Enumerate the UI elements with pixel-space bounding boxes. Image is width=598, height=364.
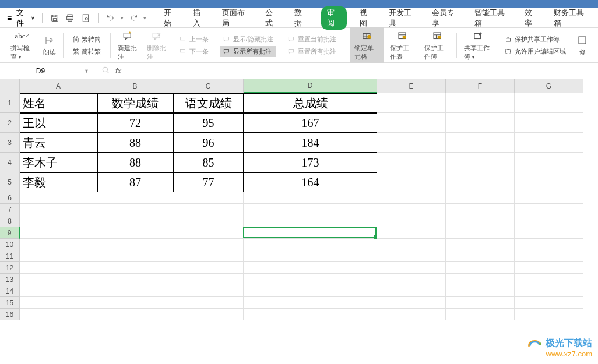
cell-F16[interactable] (446, 309, 515, 320)
cell-G10[interactable] (515, 239, 583, 250)
cell-E5[interactable] (377, 172, 446, 192)
cell-F9[interactable] (446, 227, 515, 239)
cell-B5[interactable]: 87 (97, 172, 173, 192)
readaloud-button[interactable]: 朗读 (40, 34, 59, 56)
cell-B6[interactable] (97, 192, 173, 204)
cell-A14[interactable] (20, 285, 97, 297)
cell-D4[interactable]: 173 (244, 153, 377, 172)
tab-start[interactable]: 开始 (161, 6, 180, 30)
cell-D1[interactable]: 总成绩 (244, 93, 377, 113)
col-header-A[interactable]: A (20, 79, 97, 93)
cell-A2[interactable]: 王以 (20, 113, 97, 133)
tab-formula[interactable]: 公式 (263, 6, 282, 30)
cell-C15[interactable] (173, 297, 244, 309)
cell-G5[interactable] (515, 172, 583, 192)
cell-C13[interactable] (173, 274, 244, 285)
cell-A11[interactable] (20, 250, 97, 262)
cell-A10[interactable] (20, 239, 97, 250)
row-header-9[interactable]: 9 (0, 227, 20, 239)
cell-G13[interactable] (515, 274, 583, 285)
col-header-F[interactable]: F (446, 79, 515, 93)
cell-G16[interactable] (515, 309, 583, 320)
cell-D2[interactable]: 167 (244, 113, 377, 133)
showhide-comment-button[interactable]: 显示/隐藏批注 (220, 34, 276, 45)
cell-F7[interactable] (446, 204, 515, 215)
cell-C2[interactable]: 95 (173, 113, 244, 133)
row-header-16[interactable]: 16 (0, 309, 20, 320)
allow-edit-button[interactable]: 允许用户编辑区域 (502, 46, 568, 57)
cell-G8[interactable] (515, 215, 583, 227)
tab-smarttools[interactable]: 智能工具箱 (472, 6, 512, 30)
cell-C6[interactable] (173, 192, 244, 204)
tab-data[interactable]: 数据 (292, 6, 311, 30)
cell-F1[interactable] (446, 93, 515, 113)
cell-E10[interactable] (377, 239, 446, 250)
cell-C9[interactable] (173, 227, 244, 239)
tab-view[interactable]: 视图 (357, 6, 376, 30)
spellcheck-button[interactable]: abc✓ 拼写检查 ▾ (7, 30, 37, 61)
col-header-D[interactable]: D (244, 79, 377, 93)
select-all-corner[interactable] (0, 79, 20, 93)
cell-D12[interactable] (244, 262, 377, 274)
cell-F2[interactable] (446, 113, 515, 133)
undo-dropdown-icon[interactable]: ▾ (121, 15, 124, 21)
cell-A15[interactable] (20, 297, 97, 309)
formula-input[interactable] (129, 63, 598, 79)
cell-G6[interactable] (515, 192, 583, 204)
cell-F6[interactable] (446, 192, 515, 204)
save-icon[interactable] (50, 12, 60, 24)
cell-C3[interactable]: 96 (173, 133, 244, 153)
cell-F11[interactable] (446, 250, 515, 262)
col-header-E[interactable]: E (377, 79, 446, 93)
file-menu[interactable]: 文件 ∨ (16, 8, 35, 29)
lock-cell-button[interactable]: 锁定单元格 (350, 27, 384, 63)
cell-D5[interactable]: 164 (244, 172, 377, 192)
cell-D6[interactable] (244, 192, 377, 204)
share-workbook-button[interactable]: 共享工作簿 ▾ (460, 30, 496, 61)
cell-G1[interactable] (515, 93, 583, 113)
cell-B14[interactable] (97, 285, 173, 297)
cell-F5[interactable] (446, 172, 515, 192)
cell-G3[interactable] (515, 133, 583, 153)
row-header-10[interactable]: 10 (0, 239, 20, 250)
cell-G7[interactable] (515, 204, 583, 215)
cell-C14[interactable] (173, 285, 244, 297)
cell-D9[interactable] (244, 227, 377, 239)
redo-dropdown-icon[interactable]: ▾ (143, 15, 146, 21)
convert-simp-button[interactable]: 简 繁转简 (71, 34, 103, 45)
fx-icon[interactable]: fx (115, 66, 121, 75)
cell-A16[interactable] (20, 309, 97, 320)
col-header-G[interactable]: G (515, 79, 583, 93)
prev-comment-button[interactable]: 上一条 (177, 34, 211, 45)
cell-A13[interactable] (20, 274, 97, 285)
row-header-13[interactable]: 13 (0, 274, 20, 285)
cell-E12[interactable] (377, 262, 446, 274)
col-header-C[interactable]: C (173, 79, 244, 93)
cell-B3[interactable]: 88 (97, 133, 173, 153)
next-comment-button[interactable]: 下一条 (177, 46, 211, 57)
cell-A5[interactable]: 李毅 (20, 172, 97, 192)
cell-F10[interactable] (446, 239, 515, 250)
cancel-icon[interactable] (101, 66, 110, 76)
cell-A8[interactable] (20, 215, 97, 227)
cell-D15[interactable] (244, 297, 377, 309)
cell-G2[interactable] (515, 113, 583, 133)
cell-B1[interactable]: 数学成绩 (97, 93, 173, 113)
tab-finance[interactable]: 财务工具箱 (551, 6, 591, 30)
cell-B16[interactable] (97, 309, 173, 320)
cell-C11[interactable] (173, 250, 244, 262)
redo-icon[interactable] (128, 12, 139, 24)
cell-G9[interactable] (515, 227, 583, 239)
cell-E9[interactable] (377, 227, 446, 239)
cell-F8[interactable] (446, 215, 515, 227)
cell-G14[interactable] (515, 285, 583, 297)
cell-A9[interactable] (20, 227, 97, 239)
cell-A12[interactable] (20, 262, 97, 274)
cell-F14[interactable] (446, 285, 515, 297)
print-icon[interactable] (65, 12, 75, 24)
row-header-14[interactable]: 14 (0, 285, 20, 297)
cell-E11[interactable] (377, 250, 446, 262)
cell-C5[interactable]: 77 (173, 172, 244, 192)
cell-E16[interactable] (377, 309, 446, 320)
row-header-3[interactable]: 3 (0, 133, 20, 153)
